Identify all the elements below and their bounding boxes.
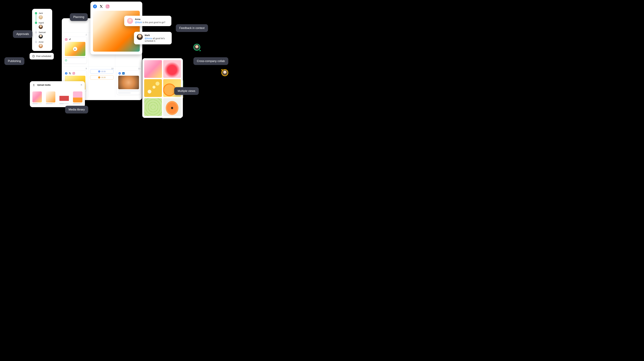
upload-progress: [60, 103, 69, 104]
post-thumbnail: [65, 42, 85, 56]
slot-dot-icon: [98, 76, 100, 79]
upload-progress: [46, 103, 55, 104]
post-scheduled-label: Post scheduled: [36, 55, 51, 58]
calendar-date: 9: [86, 67, 87, 70]
upload-item[interactable]: [32, 91, 42, 104]
avatar: [39, 15, 43, 19]
upload-item[interactable]: [46, 91, 55, 104]
slot-time: 12:15: [101, 71, 106, 72]
mention[interactable]: @Mark: [135, 21, 142, 24]
slot-dot-icon: [98, 70, 100, 73]
publishing-pill: Publishing: [4, 57, 24, 65]
post-preview-card: [90, 2, 142, 55]
approver-name: Anne: [39, 41, 44, 43]
avatar: [127, 18, 133, 24]
approver-name: Jack: [39, 12, 43, 14]
calendar-cell[interactable]: 11 G in: [115, 66, 142, 97]
svg-text:in: in: [123, 73, 124, 74]
upload-item[interactable]: [60, 91, 69, 104]
approval-row: Samuel: [35, 31, 49, 34]
approver-name: Samuel: [39, 31, 46, 34]
svg-point-16: [108, 5, 109, 6]
approval-row: Anne: [35, 41, 49, 43]
cross-company-pill: Cross-company collab: [194, 57, 228, 65]
approval-row: Ingrid: [35, 22, 49, 24]
cursor-pointer-icon: [220, 69, 223, 71]
grid-thumb[interactable]: [144, 98, 162, 116]
tiktok-icon: [68, 38, 72, 41]
comment-author: Mark: [145, 34, 169, 37]
facebook-icon[interactable]: [93, 5, 97, 9]
svg-point-2: [66, 39, 67, 40]
avatar: [39, 25, 43, 29]
upload-thumbnail: [73, 91, 82, 103]
instagram-icon: [72, 72, 75, 75]
draft-time-slot[interactable]: 15:20: [90, 75, 114, 80]
draft-time-slot[interactable]: 12:15: [90, 69, 114, 74]
approvals-pill: Approvals: [13, 30, 32, 38]
post-scheduled-badge: Post scheduled: [30, 53, 54, 60]
pending-icon: [35, 41, 37, 43]
calendar-date: 11: [138, 67, 140, 70]
upload-icon: [32, 84, 35, 86]
upload-thumbnail: [46, 91, 55, 103]
grid-thumb[interactable]: [144, 79, 162, 97]
upload-title: Upload media: [37, 84, 50, 86]
approvals-card: Jack Ingrid Samuel Anne: [32, 9, 52, 51]
facebook-icon: [65, 72, 68, 75]
instagram-icon[interactable]: [106, 5, 110, 9]
avatar: [39, 44, 43, 48]
calendar-cell[interactable]: 2: [62, 33, 88, 66]
svg-point-8: [74, 72, 74, 73]
scheduled-check-icon: [65, 59, 85, 62]
grid-thumb[interactable]: [163, 60, 181, 78]
upload-progress: [73, 103, 82, 104]
scheduled-post-card[interactable]: [63, 37, 87, 64]
pending-icon: [35, 31, 37, 34]
planning-pill: Planning: [70, 13, 88, 21]
comment-bubble[interactable]: Mark @Anna all good let's schedule it.: [134, 32, 172, 44]
google-icon: G: [118, 72, 121, 75]
avatar: [39, 35, 43, 39]
approval-row: Jack: [35, 12, 49, 14]
x-icon[interactable]: [99, 5, 103, 9]
upload-item[interactable]: [73, 91, 82, 104]
upload-thumbnail: [32, 91, 42, 103]
comment-text: @Mark is this post good to go?: [135, 21, 165, 24]
calendar-date: 10: [111, 67, 114, 70]
comment-author: Anna: [135, 18, 165, 21]
svg-point-7: [73, 73, 74, 74]
media-library-pill: Media library: [65, 106, 88, 114]
check-icon: [35, 22, 37, 24]
svg-text:G: G: [119, 73, 120, 74]
instagram-icon: [65, 38, 68, 41]
grid-thumb[interactable]: [163, 98, 181, 116]
feedback-pill: Feedback in context: [176, 24, 208, 32]
post-caption-placeholder: [65, 57, 85, 58]
scheduled-post-card[interactable]: G in: [117, 71, 140, 95]
close-icon[interactable]: ✕: [80, 83, 82, 86]
post-caption-placeholder: [118, 91, 139, 91]
upload-thumbnail: [60, 91, 69, 103]
linkedin-icon: in: [122, 72, 125, 75]
mention[interactable]: @Anna: [145, 37, 152, 40]
multiple-views-pill: Multiple views: [174, 87, 199, 95]
post-thumbnail: [118, 76, 139, 89]
upload-progress: [32, 103, 42, 104]
clock-icon: [32, 55, 35, 58]
svg-point-3: [67, 39, 67, 39]
approver-name: Ingrid: [39, 22, 44, 24]
svg-point-15: [107, 6, 108, 7]
avatar: [137, 34, 143, 40]
calendar-cell[interactable]: 10 12:15 15:20: [88, 66, 115, 97]
upload-media-modal: Upload media ✕: [30, 81, 85, 107]
check-icon: [35, 12, 37, 14]
cursor-pointer-icon: [199, 50, 202, 52]
comment-text: @Anna all good let's schedule it.: [145, 37, 169, 42]
slot-time: 15:20: [101, 77, 106, 78]
post-caption-placeholder: [118, 93, 131, 93]
comment-bubble[interactable]: Anna @Mark is this post good to go?: [124, 16, 172, 26]
grid-thumb[interactable]: [144, 60, 162, 78]
x-icon: [68, 72, 72, 75]
calendar-date: 2: [86, 34, 87, 36]
